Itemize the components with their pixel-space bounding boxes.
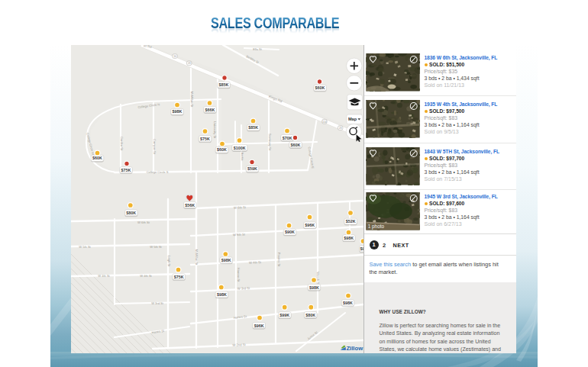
svg-text:$98K: $98K xyxy=(221,258,231,262)
svg-text:1 photo: 1 photo xyxy=(367,224,384,230)
svg-text:$60K: $60K xyxy=(315,85,325,90)
svg-text:W 3rd St: W 3rd St xyxy=(237,286,250,291)
svg-text:$100K: $100K xyxy=(234,146,246,150)
svg-text:$60K: $60K xyxy=(217,147,227,152)
svg-text:Campus St: Campus St xyxy=(153,139,157,155)
svg-text:W 4th St: W 4th St xyxy=(98,274,110,278)
svg-text:Zillow: Zillow xyxy=(346,345,363,352)
svg-text:$60K: $60K xyxy=(92,156,102,160)
svg-text:$59K: $59K xyxy=(247,166,257,171)
svg-text:$75K: $75K xyxy=(200,137,210,141)
svg-text:W 5th St: W 5th St xyxy=(233,233,246,237)
svg-text:W 3rd St: W 3rd St xyxy=(151,301,163,305)
svg-text:Garden St: Garden St xyxy=(120,137,124,151)
svg-text:$99K: $99K xyxy=(279,313,289,317)
svg-text:$90K: $90K xyxy=(285,230,295,234)
svg-text:W 5th St: W 5th St xyxy=(79,245,91,249)
svg-text:23: 23 xyxy=(188,62,191,65)
svg-text:$52K: $52K xyxy=(346,219,356,224)
svg-text:McMillan St: McMillan St xyxy=(195,249,199,266)
svg-text:$98K: $98K xyxy=(309,285,319,290)
svg-text:$75K: $75K xyxy=(174,275,184,279)
svg-text:College Circle S: College Circle S xyxy=(147,170,169,174)
svg-text:Perules St: Perules St xyxy=(277,253,281,267)
svg-text:$56K: $56K xyxy=(185,203,195,208)
svg-text:$98K: $98K xyxy=(217,292,227,297)
svg-text:W 4th St: W 4th St xyxy=(140,274,152,278)
svg-text:Austin: Austin xyxy=(241,152,244,160)
svg-text:W 5th St: W 5th St xyxy=(150,245,162,249)
svg-text:$85K: $85K xyxy=(248,125,258,130)
svg-text:$66K: $66K xyxy=(205,108,215,112)
svg-text:$98K: $98K xyxy=(343,301,353,305)
svg-text:23: 23 xyxy=(339,127,342,130)
svg-text:Ella St: Ella St xyxy=(253,47,262,51)
svg-text:$80K: $80K xyxy=(126,211,136,215)
svg-text:$98K: $98K xyxy=(173,109,183,114)
svg-text:University St: University St xyxy=(213,121,217,139)
svg-text:$75K: $75K xyxy=(121,168,131,172)
svg-text:Leigh St: Leigh St xyxy=(167,256,171,268)
svg-text:W 4th St: W 4th St xyxy=(249,260,262,265)
svg-text:Seminary St: Seminary St xyxy=(268,134,272,151)
svg-text:$96K: $96K xyxy=(254,324,264,328)
svg-text:$60K: $60K xyxy=(291,143,301,147)
svg-text:$96K: $96K xyxy=(305,223,315,227)
svg-text:W 6th St: W 6th St xyxy=(137,221,150,224)
svg-text:W 6th St: W 6th St xyxy=(234,205,247,210)
svg-text:Hanson St: Hanson St xyxy=(237,268,241,283)
svg-text:10: 10 xyxy=(173,55,176,58)
svg-text:$98K: $98K xyxy=(344,236,354,240)
svg-text:Map: Map xyxy=(348,117,357,121)
svg-text:$85K: $85K xyxy=(219,82,229,87)
svg-text:$70K: $70K xyxy=(283,136,292,140)
svg-text:McMillan St: McMillan St xyxy=(190,92,194,108)
svg-text:$80K: $80K xyxy=(305,313,315,317)
svg-text:110: 110 xyxy=(322,121,326,124)
svg-text:W 2nd St: W 2nd St xyxy=(232,343,246,347)
